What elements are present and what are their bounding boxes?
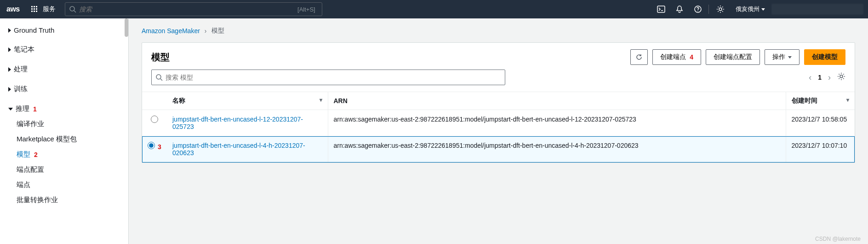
sidebar-item-notebook[interactable]: 笔记本 [0,42,128,57]
sidebar-item-batch-transform[interactable]: 批量转换作业 [0,192,128,208]
services-label[interactable]: 服务 [43,5,62,13]
refresh-button[interactable] [630,49,648,65]
models-panel: 模型 创建端点 4 创建端点配置 操作 创建模型 [142,42,855,163]
row-select-radio[interactable] [148,142,155,149]
svg-point-18 [840,75,843,78]
help-icon[interactable] [688,0,707,18]
settings-icon[interactable] [711,0,729,18]
svg-line-10 [74,11,76,12]
create-model-button[interactable]: 创建模型 [804,49,845,65]
sidebar-item-endpoint-configs[interactable]: 端点配置 [0,162,128,177]
svg-rect-4 [34,8,35,10]
chevron-down-icon [8,108,13,110]
page-next[interactable]: › [828,73,831,82]
breadcrumb: Amazon SageMaker › 模型 [142,27,855,35]
account-menu[interactable] [771,4,863,15]
breadcrumb-current: 模型 [211,27,224,35]
table-row[interactable]: 3 jumpstart-dft-bert-en-uncased-l-4-h-20… [142,136,855,163]
sort-icon: ▾ [320,97,322,103]
svg-rect-8 [36,11,37,12]
col-select [142,92,167,110]
table-settings-button[interactable] [837,72,845,82]
svg-rect-5 [36,8,37,10]
sort-icon: ▾ [846,97,849,103]
model-name-link[interactable]: jumpstart-dft-bert-en-uncased-l-4-h-2023… [172,142,305,157]
col-arn-header[interactable]: ARN [328,92,786,110]
row-select-radio[interactable] [151,116,158,123]
panel-title: 模型 [151,51,626,64]
annotation-3: 3 [158,143,161,151]
model-search-input[interactable] [163,74,501,81]
actions-button[interactable]: 操作 [765,49,799,65]
svg-point-9 [70,6,74,11]
chevron-right-icon [8,47,11,52]
model-created: 2023/12/7 10:58:05 [786,110,855,136]
aws-logo[interactable]: aws [0,5,26,13]
svg-rect-11 [657,6,665,12]
annotation-1: 1 [33,105,37,113]
svg-rect-6 [31,11,33,12]
separator [708,5,709,14]
chevron-down-icon [761,8,765,11]
region-selector[interactable]: 俄亥俄州 [729,5,771,13]
chevron-down-icon [788,56,792,58]
chevron-right-icon [8,67,11,72]
model-arn: arn:aws:sagemaker:us-east-2:987222618951… [328,110,786,136]
scrollbar-thumb[interactable] [125,18,128,37]
sidebar-item-inference[interactable]: 推理 1 [0,101,128,116]
sidebar-item-models[interactable]: 模型 2 [0,147,128,162]
model-arn: arn:aws:sagemaker:us-east-2:987222618951… [328,136,786,163]
col-name-header[interactable]: 名称 ▾ [167,92,328,110]
top-icon-bar: 俄亥俄州 [651,0,868,18]
refresh-icon [635,53,643,61]
sidebar-item-processing[interactable]: 处理 [0,62,128,77]
model-name-link[interactable]: jumpstart-dft-bert-en-uncased-l-12-20231… [172,116,303,130]
watermark: CSDN @lakernote [815,236,861,242]
models-table: 名称 ▾ ARN 创建时间 ▾ jumpstart-dft-bert-en-un… [142,92,855,163]
chevron-right-icon [8,87,11,92]
create-endpoint-button[interactable]: 创建端点 4 [652,49,701,65]
panel-header: 模型 创建端点 4 创建端点配置 操作 创建模型 [142,43,855,70]
sidebar-item-ground-truth[interactable]: Ground Truth [0,23,128,37]
panel-toolbar: ‹ 1 › [142,70,855,92]
svg-rect-7 [34,11,35,12]
pagination: ‹ 1 › [809,72,845,82]
sidebar-item-training[interactable]: 训练 [0,81,128,97]
top-navbar: aws 服务 [Alt+S] 俄亥俄州 [0,0,868,18]
svg-point-15 [719,8,722,11]
annotation-2: 2 [34,151,38,158]
chevron-right-icon [8,28,11,33]
sidebar-item-endpoints[interactable]: 端点 [0,177,128,192]
svg-point-14 [697,11,698,12]
create-endpoint-config-button[interactable]: 创建端点配置 [706,49,760,65]
cloudshell-icon[interactable] [651,0,670,18]
col-created-header[interactable]: 创建时间 ▾ [786,92,855,110]
annotation-4: 4 [690,53,693,61]
model-created: 2023/12/7 10:07:10 [786,136,855,163]
search-icon [69,6,76,13]
svg-point-16 [156,75,161,79]
sidebar-item-compile-jobs[interactable]: 编译作业 [0,116,128,132]
sidebar: Ground Truth 笔记本 处理 训练 推理 1 编译作业 Marketp… [0,18,129,244]
svg-rect-0 [31,6,33,7]
page-number: 1 [818,74,822,81]
breadcrumb-root[interactable]: Amazon SageMaker [142,27,200,35]
global-search[interactable]: [Alt+S] [65,2,322,16]
sidebar-item-marketplace-packages[interactable]: Marketplace 模型包 [0,132,128,147]
page-prev[interactable]: ‹ [809,73,811,82]
svg-line-17 [160,79,162,81]
services-grid-icon[interactable] [26,6,43,13]
notifications-icon[interactable] [670,0,688,18]
model-search[interactable] [151,70,505,85]
chevron-right-icon: › [205,27,207,35]
search-icon [155,74,163,81]
table-row[interactable]: jumpstart-dft-bert-en-uncased-l-12-20231… [142,110,855,136]
global-search-input[interactable] [76,6,297,13]
svg-rect-1 [34,6,35,7]
search-shortcut-hint: [Alt+S] [297,6,318,13]
main-content: Amazon SageMaker › 模型 模型 创建端点 4 创建端点配置 操… [129,18,868,244]
gear-icon [837,72,845,81]
svg-rect-2 [36,6,37,7]
svg-rect-3 [31,8,33,10]
